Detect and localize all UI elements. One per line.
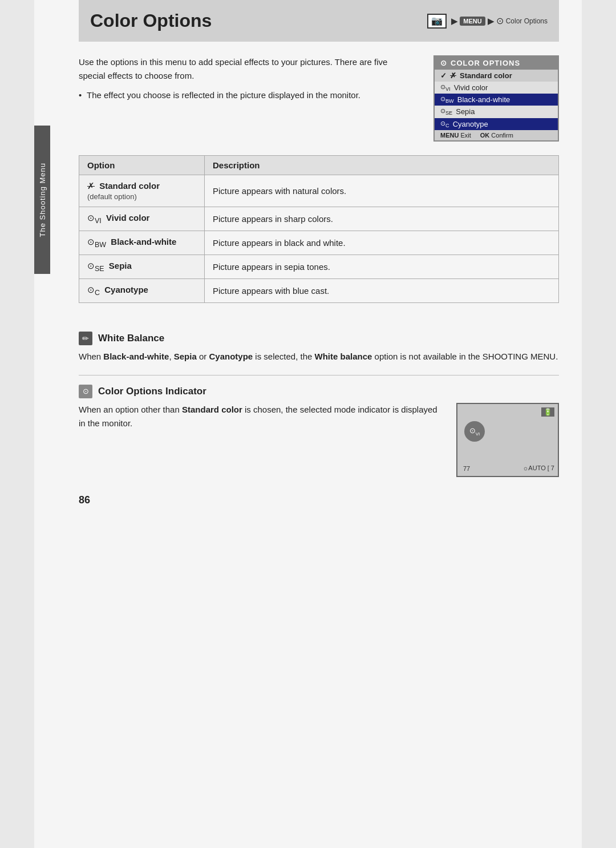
standard-color-name: Standard color [99, 181, 160, 191]
menu-item-cyanotype-label: Cyanotype [453, 120, 488, 128]
monitor-frame-count: 77 [461, 465, 472, 473]
vivid-color-desc: Picture appears in sharp colors. [205, 207, 559, 231]
vivid-mode-icon: ⊙VI [469, 426, 480, 437]
menu-item-cyanotype: ⊙C Cyanotype [435, 118, 558, 130]
menu-item-vivid-label: Vivid color [454, 83, 488, 92]
cyanotype-icon-table: ⊙C [87, 285, 100, 294]
menu-item-standard: ✓ ✗ Standard color [435, 70, 558, 82]
white-balance-note: ✏ White Balance When Black-and-white, Se… [79, 332, 559, 364]
breadcrumb-text: Color Options [506, 17, 548, 25]
menu-preview-box: ⊙ COLOR OPTIONS ✓ ✗ Standard color ⊙VI V… [433, 55, 559, 142]
vivid-color-name: Vivid color [106, 213, 149, 223]
menu-item-bw-label: Black-and-white [457, 95, 510, 104]
intro-paragraph: Use the options in this menu to add spec… [79, 55, 416, 83]
white-balance-ref: White balance [315, 352, 372, 361]
menu-preview-header-icon: ⊙ [440, 59, 447, 67]
monitor-top-bar: 🔋 [541, 407, 554, 417]
menu-item-standard-label: Standard color [460, 71, 512, 80]
sepia-icon-table: ⊙SE [87, 261, 104, 270]
col-option-header: Option [79, 155, 205, 175]
intro-text: Use the options in this menu to add spec… [79, 55, 416, 102]
sidebar-tab-label: The Shooting Menu [38, 163, 47, 237]
option-cell-sepia: ⊙SE Sepia [79, 255, 205, 278]
page-header: Color Options 📷 ▶ MENU ▶ ⊙ Color Options [79, 0, 559, 42]
breadcrumb: 📷 ▶ MENU ▶ ⊙ Color Options [427, 14, 548, 29]
options-table: Option Description ✗ Standard color (def… [79, 155, 559, 303]
divider [79, 375, 559, 375]
white-balance-icon: ✏ [79, 332, 92, 345]
notes-section: ✏ White Balance When Black-and-white, Se… [79, 326, 559, 477]
color-indicator-icon: ⊙ [79, 385, 92, 398]
bw-ref: Black-and-white [103, 352, 169, 361]
menu-preview-footer: MENU Exit OK Confirm [435, 130, 558, 140]
cyanotype-ref: Cyanotype [209, 352, 253, 361]
cyanotype-name: Cyanotype [104, 285, 148, 294]
option-cell-vivid: ⊙VI Vivid color [79, 207, 205, 231]
icon-cross: ✗ [450, 71, 456, 80]
footer-ok-label: OK Confirm [480, 132, 513, 139]
option-cell-bw: ⊙BW Black-and-white [79, 231, 205, 255]
menu-item-check-icon: ✓ [440, 71, 447, 80]
color-indicator-note-header: ⊙ Color Options Indicator [79, 385, 559, 398]
white-balance-text: When Black-and-white, Sepia or Cyanotype… [79, 350, 559, 364]
breadcrumb-separator: ▶ [451, 17, 457, 26]
breadcrumb-icon: ⊙ [496, 15, 504, 26]
menu-preview-header: ⊙ COLOR OPTIONS [435, 56, 558, 70]
cyanotype-desc: Picture appears with blue cast. [205, 278, 559, 302]
bw-desc: Picture appears in black and white. [205, 231, 559, 255]
monitor-center-icon: ⊙VI [464, 421, 485, 442]
menu-item-sepia: ⊙SE Sepia [435, 106, 558, 118]
sepia-name: Sepia [109, 261, 132, 270]
sepia-desc: Picture appears in sepia tones. [205, 255, 559, 278]
sepia-icon: ⊙SE [440, 107, 452, 116]
battery-icon: 🔋 [541, 407, 554, 417]
sidebar-tab: The Shooting Menu [34, 126, 50, 274]
intro-bullet: The effect you choose is reflected in th… [79, 88, 416, 102]
option-cell-cyanotype: ⊙C Cyanotype [79, 278, 205, 302]
intro-section: Use the options in this menu to add spec… [79, 55, 559, 142]
white-balance-note-header: ✏ White Balance [79, 332, 559, 345]
standard-color-ref: Standard color [182, 405, 242, 414]
menu-item-sepia-label: Sepia [456, 107, 475, 116]
bw-icon-table: ⊙BW [87, 237, 106, 247]
footer-menu-label: MENU Exit [440, 132, 471, 139]
menu-item-vivid: ⊙VI Vivid color [435, 82, 558, 94]
monitor-settings: ☼AUTO [ 7 [522, 465, 554, 473]
color-indicator-title: Color Options Indicator [98, 386, 206, 397]
white-balance-title: White Balance [98, 333, 164, 344]
vivid-icon: ⊙VI [440, 83, 451, 92]
page-title: Color Options [90, 10, 212, 31]
breadcrumb-separator2: ▶ [488, 17, 494, 26]
page-number: 86 [79, 494, 559, 506]
menu-item-bw: ⊙BW Black-and-white [435, 94, 558, 106]
monitor-bottom-bar: 77 ☼AUTO [ 7 [461, 465, 554, 473]
table-row: ⊙BW Black-and-white Picture appears in b… [79, 231, 559, 255]
table-row: ⊙VI Vivid color Picture appears in sharp… [79, 207, 559, 231]
menu-preview-header-text: COLOR OPTIONS [451, 59, 520, 67]
bw-icon: ⊙BW [440, 95, 454, 104]
color-indicator-text: When an option other than Standard color… [79, 403, 445, 430]
standard-color-sub: (default option) [87, 192, 137, 201]
table-row: ⊙SE Sepia Picture appears in sepia tones… [79, 255, 559, 278]
color-indicator-note: ⊙ Color Options Indicator When an option… [79, 385, 559, 477]
intro-bullet-text: The effect you choose is reflected in th… [87, 90, 360, 100]
col-description-header: Description [205, 155, 559, 175]
option-cell-standard: ✗ Standard color (default option) [79, 175, 205, 207]
sepia-ref: Sepia [174, 352, 197, 361]
vivid-color-icon: ⊙VI [87, 213, 102, 223]
table-row: ✗ Standard color (default option) Pictur… [79, 175, 559, 207]
standard-color-desc: Picture appears with natural colors. [205, 175, 559, 207]
bw-name: Black-and-white [111, 237, 176, 247]
color-indicator-content: When an option other than Standard color… [79, 403, 559, 477]
cyanotype-icon: ⊙C [440, 120, 449, 128]
table-row: ⊙C Cyanotype Picture appears with blue c… [79, 278, 559, 302]
menu-badge: MENU [460, 17, 485, 26]
monitor-preview: 🔋 ⊙VI 77 ☼AUTO [ 7 [456, 403, 559, 477]
camera-icon: 📷 [431, 15, 443, 26]
standard-color-icon: ✗ [87, 181, 95, 191]
camera-icon-box: 📷 [427, 14, 447, 29]
